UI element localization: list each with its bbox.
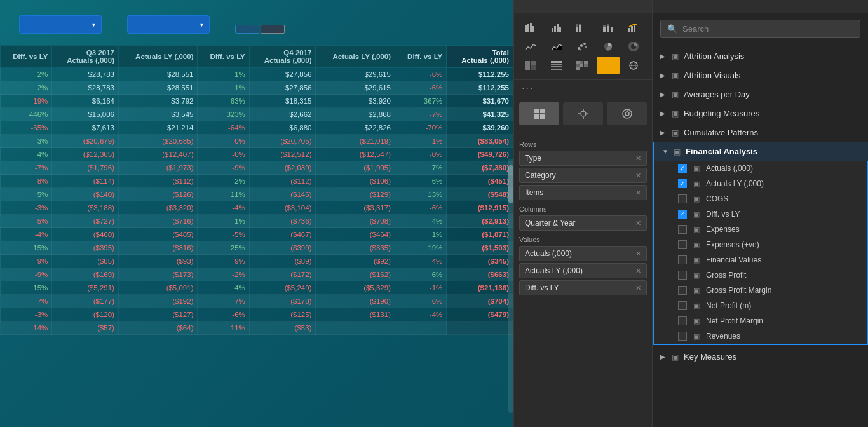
columns-quarter-remove[interactable]: ✕ — [635, 219, 641, 227]
viz-tab-format[interactable] — [563, 102, 603, 125]
values-label: Values — [519, 236, 647, 243]
viz-icon-globe[interactable] — [622, 57, 645, 74]
viz-icon-table[interactable] — [545, 57, 568, 74]
col-q4-actuals: Q4 2017Actuals (,000) — [249, 46, 316, 68]
svg-point-23 — [583, 43, 586, 45]
search-icon: 🔍 — [667, 24, 677, 34]
viz-icon-stacked-col[interactable] — [597, 18, 620, 36]
attrition-analysis-expand-icon: ▶ — [660, 53, 667, 60]
viz-icon-scatter[interactable] — [571, 37, 593, 55]
table-row: -8%($114)($112)2%($112)($106)6%($451) — [1, 175, 513, 188]
field-item-net-profit-margin[interactable]: ▣ Net Profit Margin — [672, 313, 867, 329]
net-profit-m-checkbox[interactable] — [678, 301, 687, 310]
field-group-budgeting-header[interactable]: ▶ ▣ Budgeting Measures — [653, 104, 868, 123]
field-group-key-measures-header[interactable]: ▶ ▣ Key Measures — [653, 348, 868, 366]
viz-icon-stacked-bar[interactable] — [571, 18, 593, 36]
actuals-ly-checkbox[interactable] — [678, 179, 687, 188]
field-group-attrition-analysis-header[interactable]: ▶ ▣ Attrition Analysis — [653, 47, 868, 65]
viz-icon-donut[interactable] — [622, 37, 645, 55]
field-item-revenues[interactable]: ▣ Revenues — [672, 329, 867, 344]
table-row: -3%($120)($127)-6%($125)($131)-4%($479) — [1, 308, 513, 322]
field-group-attrition-visuals-header[interactable]: ▶ ▣ Attrition Visuals — [653, 66, 868, 85]
values-diff-remove[interactable]: ✕ — [635, 284, 641, 292]
table-row: -4%($460)($485)-5%($467)($464)1%($1,871) — [1, 228, 513, 241]
viz-tab-fields[interactable] — [519, 102, 559, 125]
rows-category-remove[interactable]: ✕ — [635, 172, 641, 180]
financial-item-select[interactable] — [127, 15, 210, 34]
rows-type-remove[interactable]: ✕ — [635, 154, 641, 163]
year-2018-button[interactable] — [261, 25, 285, 34]
budgeting-label: Budgeting Measures — [684, 109, 860, 118]
field-item-expenses[interactable]: ▣ Expenses — [672, 222, 867, 237]
expenses-pve-checkbox[interactable] — [678, 240, 687, 249]
field-group-attrition-visuals: ▶ ▣ Attrition Visuals — [653, 66, 868, 85]
rows-items-remove[interactable]: ✕ — [635, 189, 641, 197]
financial-values-checkbox[interactable] — [678, 255, 687, 264]
field-item-gross-profit[interactable]: ▣ Gross Profit — [672, 268, 867, 283]
viz-icon-bar[interactable] — [519, 18, 542, 36]
gross-profit-margin-type-icon: ▣ — [692, 287, 701, 295]
svg-rect-17 — [628, 28, 630, 32]
fields-list: ▶ ▣ Attrition Analysis ▶ ▣ Attrition Vis… — [653, 44, 868, 427]
svg-rect-0 — [525, 25, 527, 32]
svg-rect-9 — [576, 24, 578, 27]
vertical-scrollbar[interactable] — [508, 159, 513, 413]
scroll-thumb[interactable] — [508, 165, 513, 203]
field-item-diff-vs-ly[interactable]: ▣ Diff. vs LY — [672, 207, 867, 222]
viz-icon-column[interactable] — [545, 18, 568, 36]
col-q3-ly: Actuals LY (,000) — [118, 46, 198, 68]
viz-panel-tabs — [514, 97, 652, 130]
search-box: 🔍 — [660, 20, 860, 38]
viz-icon-matrix[interactable] — [571, 57, 593, 74]
svg-rect-42 — [584, 64, 588, 67]
viz-tab-analytics[interactable] — [607, 102, 647, 125]
search-input[interactable] — [682, 24, 853, 34]
field-group-averages-header[interactable]: ▶ ▣ Averages per Day — [653, 85, 868, 104]
viz-icon-line-bar[interactable] — [622, 18, 645, 36]
cogs-name: COGS — [706, 194, 860, 203]
col-q4-ly: Actuals LY (,000) — [316, 46, 395, 68]
expenses-pve-name: Expenses (+ve) — [706, 240, 860, 249]
viz-icon-gauge[interactable]: R — [597, 57, 620, 74]
viz-icon-treemap[interactable] — [519, 57, 542, 74]
cogs-checkbox[interactable] — [678, 194, 687, 203]
financial-item-select-wrapper[interactable] — [127, 15, 210, 34]
key-measures-db-icon: ▣ — [672, 353, 679, 362]
field-group-cumulative-header[interactable]: ▶ ▣ Cumulative Patterns — [653, 123, 868, 142]
financial-type-select-wrapper[interactable] — [19, 15, 102, 34]
table-row: -3%($3,188)($3,320)-4%($3,104)($3,317)-6… — [1, 201, 513, 215]
values-actuals-remove[interactable]: ✕ — [635, 250, 641, 258]
gross-profit-type-icon: ▣ — [692, 271, 701, 280]
diff-vs-ly-checkbox[interactable] — [678, 210, 687, 219]
financial-type-select[interactable] — [19, 15, 102, 34]
net-profit-margin-checkbox[interactable] — [678, 316, 687, 325]
financial-values-name: Financial Values — [706, 255, 860, 264]
field-item-cogs[interactable]: ▣ COGS — [672, 191, 867, 207]
field-group-cumulative: ▶ ▣ Cumulative Patterns — [653, 123, 868, 142]
viz-icon-line[interactable] — [519, 37, 542, 55]
actuals-checkbox[interactable] — [678, 164, 687, 173]
field-item-gross-profit-margin[interactable]: ▣ Gross Profit Margin — [672, 283, 867, 298]
field-item-actuals[interactable]: ▣ Actuals (,000) — [672, 161, 867, 176]
field-item-actuals-ly[interactable]: ▣ Actuals LY (,000) — [672, 176, 867, 191]
gross-profit-margin-checkbox[interactable] — [678, 286, 687, 295]
svg-rect-2 — [530, 23, 532, 32]
fields-header — [653, 0, 868, 13]
values-actuals-field: Actuals (,000) ✕ — [519, 246, 647, 261]
diff-vs-ly-type-icon: ▣ — [692, 210, 701, 219]
svg-rect-16 — [611, 27, 613, 32]
expenses-checkbox[interactable] — [678, 225, 687, 234]
field-group-financial-analysis-header[interactable]: ▼ ▣ Financial Analysis — [653, 142, 868, 161]
field-item-financial-values[interactable]: ▣ Financial Values — [672, 252, 867, 268]
gross-profit-checkbox[interactable] — [678, 271, 687, 280]
year-2017-button[interactable] — [235, 25, 259, 34]
viz-icon-pie[interactable] — [597, 37, 620, 55]
values-actuals-ly-remove[interactable]: ✕ — [635, 267, 641, 275]
revenues-checkbox[interactable] — [678, 332, 687, 341]
field-item-expenses-pve[interactable]: ▣ Expenses (+ve) — [672, 237, 867, 252]
expenses-pve-type-icon: ▣ — [692, 241, 701, 249]
financial-analysis-expand-icon: ▼ — [662, 148, 668, 155]
field-item-net-profit-m[interactable]: ▣ Net Profit (m) — [672, 298, 867, 313]
viz-icon-area[interactable] — [545, 37, 568, 55]
revenues-name: Revenues — [706, 332, 860, 341]
